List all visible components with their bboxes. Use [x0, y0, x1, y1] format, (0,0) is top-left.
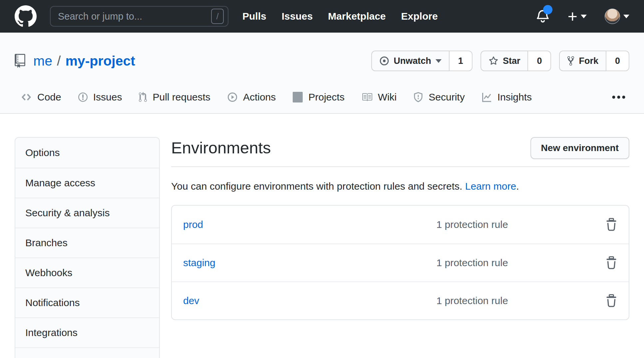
- tab-label: Actions: [243, 91, 276, 103]
- delete-environment-button[interactable]: [601, 218, 617, 232]
- tab-label: Wiki: [378, 91, 397, 103]
- global-header: / Pulls Issues Marketplace Explore +: [0, 0, 644, 33]
- tab-label: Security: [429, 91, 465, 103]
- watchers-count[interactable]: 1: [450, 51, 473, 71]
- nav-item-issues[interactable]: Issues: [282, 11, 313, 22]
- tab-actions[interactable]: Actions: [221, 84, 282, 113]
- environment-row: staging 1 protection rule: [172, 244, 629, 281]
- sidebar-item-notifications[interactable]: Notifications: [15, 287, 159, 317]
- repo-name-link[interactable]: my-project: [65, 53, 135, 69]
- star-label: Star: [503, 56, 520, 66]
- tab-insights[interactable]: Insights: [476, 84, 538, 113]
- learn-more-link[interactable]: Learn more: [465, 181, 516, 192]
- more-tabs-button[interactable]: [608, 88, 629, 109]
- tab-projects[interactable]: Projects: [286, 84, 350, 113]
- tab-code[interactable]: Code: [15, 84, 67, 113]
- create-new-button[interactable]: +: [568, 10, 587, 23]
- title-divider: [171, 166, 629, 167]
- graph-icon: [482, 92, 492, 102]
- tab-label: Issues: [93, 91, 122, 103]
- global-search[interactable]: /: [50, 6, 228, 27]
- repo-actions: Unwatch 1 Star 0: [371, 51, 629, 71]
- unwatch-button[interactable]: Unwatch: [371, 51, 450, 71]
- chevron-down-icon: [581, 15, 587, 18]
- notifications-button[interactable]: [536, 9, 550, 24]
- user-menu-button[interactable]: [605, 9, 629, 24]
- issue-opened-icon: [78, 92, 88, 102]
- protection-rule-count: 1 protection rule: [436, 295, 601, 306]
- shield-icon: [413, 92, 423, 102]
- trash-icon: [605, 256, 617, 270]
- protection-rule-count: 1 protection rule: [436, 219, 601, 230]
- environment-link-staging[interactable]: staging: [183, 257, 436, 268]
- github-mark-icon: [15, 5, 37, 27]
- settings-sidebar: Options Manage access Security & analysi…: [15, 137, 160, 358]
- unwatch-label: Unwatch: [394, 56, 431, 66]
- search-input[interactable]: [58, 11, 211, 22]
- sidebar-item-security-analysis[interactable]: Security & analysis: [15, 198, 159, 228]
- forks-count[interactable]: 0: [606, 51, 629, 71]
- tab-label: Insights: [497, 91, 532, 103]
- environments-list: prod 1 protection rule staging 1 protect…: [171, 205, 629, 320]
- environment-link-dev[interactable]: dev: [183, 295, 436, 306]
- code-icon: [21, 92, 32, 102]
- tab-wiki[interactable]: Wiki: [355, 84, 403, 113]
- trash-icon: [605, 218, 617, 232]
- repo-header: me / my-project Unwatch 1: [0, 33, 644, 114]
- github-logo[interactable]: [15, 5, 37, 27]
- chevron-down-icon: [623, 15, 629, 18]
- tab-security[interactable]: Security: [407, 84, 471, 113]
- book-icon: [361, 92, 373, 102]
- repo-tabs: Code Issues Pull requests Actions Projec…: [15, 84, 629, 113]
- repo-icon: [15, 54, 33, 68]
- nav-item-explore[interactable]: Explore: [401, 11, 438, 22]
- nav-item-pulls[interactable]: Pulls: [242, 11, 266, 22]
- sidebar-item-manage-access[interactable]: Manage access: [15, 168, 159, 198]
- plus-icon: +: [568, 10, 577, 23]
- breadcrumb-separator: /: [57, 53, 61, 69]
- project-icon: [292, 92, 303, 102]
- environments-panel: Environments New environment You can con…: [171, 137, 629, 358]
- fork-button[interactable]: Fork: [559, 51, 606, 71]
- header-right-cluster: +: [536, 9, 629, 24]
- environment-row: dev 1 protection rule: [172, 281, 629, 319]
- sidebar-item-options[interactable]: Options: [15, 138, 159, 168]
- new-environment-button[interactable]: New environment: [530, 137, 629, 159]
- tab-label: Code: [37, 91, 61, 103]
- sidebar-item-integrations[interactable]: Integrations: [15, 317, 159, 347]
- description-text: You can configure environments with prot…: [171, 181, 462, 192]
- tab-label: Projects: [308, 91, 344, 103]
- unread-notification-dot: [543, 5, 552, 14]
- environment-row: prod 1 protection rule: [172, 206, 629, 244]
- global-nav: Pulls Issues Marketplace Explore: [242, 11, 438, 22]
- tab-issues[interactable]: Issues: [72, 84, 128, 113]
- repo-forked-icon: [567, 56, 574, 66]
- page-title: Environments: [171, 137, 271, 158]
- eye-icon: [379, 56, 389, 66]
- play-icon: [227, 92, 238, 102]
- trash-icon: [605, 294, 617, 308]
- environments-description: You can configure environments with prot…: [171, 180, 629, 193]
- tab-label: Pull requests: [153, 91, 210, 103]
- sidebar-item-branches[interactable]: Branches: [15, 228, 159, 258]
- breadcrumb: me / my-project Unwatch 1: [15, 50, 629, 72]
- sidebar-item-partial[interactable]: [15, 347, 159, 358]
- nav-item-marketplace[interactable]: Marketplace: [328, 11, 386, 22]
- slash-key-hint: /: [211, 9, 224, 24]
- watch-button-group: Unwatch 1: [371, 51, 473, 71]
- repo-owner-link[interactable]: me: [33, 53, 52, 69]
- environment-link-prod[interactable]: prod: [183, 219, 436, 230]
- sidebar-item-webhooks[interactable]: Webhooks: [15, 258, 159, 287]
- star-button-group: Star 0: [481, 51, 551, 71]
- delete-environment-button[interactable]: [601, 294, 617, 308]
- star-button[interactable]: Star: [481, 51, 528, 71]
- delete-environment-button[interactable]: [601, 256, 617, 270]
- fork-button-group: Fork 0: [559, 51, 629, 71]
- kebab-horizontal-icon: [612, 95, 625, 99]
- page-body: Options Manage access Security & analysi…: [0, 114, 644, 358]
- description-period: .: [516, 181, 519, 192]
- stargazers-count[interactable]: 0: [528, 51, 551, 71]
- chevron-down-icon: [436, 59, 442, 63]
- avatar: [605, 9, 620, 24]
- tab-pull-requests[interactable]: Pull requests: [133, 84, 216, 113]
